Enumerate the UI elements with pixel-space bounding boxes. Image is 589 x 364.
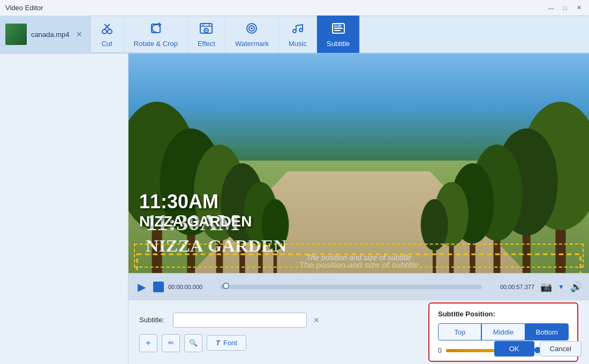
search-subtitle-button[interactable]: 🔍 (184, 334, 202, 352)
subtitle-actions: + ✏ 🔍 T Font (139, 334, 320, 352)
file-tab-close-button[interactable]: ✕ (74, 29, 85, 40)
file-name: canada.mp4 (31, 31, 70, 39)
svg-point-1 (108, 29, 112, 34)
cancel-button[interactable]: Cancel (540, 341, 582, 357)
svg-marker-10 (206, 29, 208, 32)
music-label: Music (289, 40, 307, 48)
svg-text:SUB: SUB (334, 24, 342, 28)
subtitle-position-indicator: The position and size of subtitle (134, 244, 584, 268)
position-buttons: TopMiddleBottom (438, 323, 569, 340)
video-preview: 11:30AM NIZZA GARDEN The position and si… (129, 54, 589, 273)
edit-subtitle-button[interactable]: ✏ (162, 334, 180, 352)
music-icon (291, 21, 305, 37)
nav-tab-watermark[interactable]: Watermark (225, 16, 279, 53)
font-button[interactable]: T Font (207, 335, 246, 351)
subtitle-section: Subtitle: ✕ + ✏ 🔍 T Font (139, 313, 320, 352)
subtitle-label: Subtitle (327, 40, 350, 48)
effect-label: Effect (198, 40, 215, 48)
video-overlay: 11:30AM NIZZA GARDEN (139, 191, 252, 230)
controls-bar: ▶ 00:00:00.000 00:00:57.377 📷 ▼ 🔊 (129, 273, 589, 300)
nav-tab-music[interactable]: Music (279, 16, 317, 53)
timeline[interactable] (221, 285, 482, 289)
sidebar (0, 54, 129, 364)
stop-button[interactable] (153, 282, 164, 292)
file-thumbnail (5, 24, 27, 45)
snapshot-button[interactable]: 📷 (539, 279, 554, 294)
time-start: 00:00:00.000 (168, 284, 216, 290)
subtitle-icon: SUB (331, 21, 345, 37)
subtitle-overlay-text: The position and size of subtitle (135, 245, 583, 270)
watermark-icon (245, 21, 259, 37)
app-title: Video Editor (5, 4, 43, 12)
subtitle-row: Subtitle: ✕ (139, 313, 320, 328)
nav-tabs: CutRotate & CropEffectWatermarkMusicSUBS… (90, 16, 360, 53)
effect-icon (199, 21, 213, 37)
nav-tab-effect[interactable]: Effect (188, 16, 225, 53)
title-bar: Video Editor — □ ✕ (0, 0, 589, 16)
video-place-text: NIZZA GARDEN (139, 213, 252, 230)
add-subtitle-button[interactable]: + (139, 334, 157, 352)
camera-dropdown-arrow[interactable]: ▼ (558, 283, 564, 291)
ok-button[interactable]: OK (494, 341, 534, 357)
svg-point-13 (251, 27, 253, 29)
volume-button[interactable]: 🔊 (569, 279, 584, 294)
play-button[interactable]: ▶ (134, 279, 149, 294)
watermark-label: Watermark (235, 40, 269, 48)
svg-point-15 (299, 28, 303, 32)
main-area: 11:30AM NIZZA GARDEN The position and si… (0, 54, 589, 364)
tab-bar: canada.mp4 ✕ CutRotate & CropEffectWater… (0, 16, 589, 54)
nav-tab-subtitle[interactable]: SUBSubtitle (317, 16, 360, 53)
svg-point-0 (102, 29, 107, 34)
nav-tab-cut[interactable]: Cut (90, 16, 124, 53)
slider-min: 0 (438, 347, 442, 354)
nav-tab-rotate[interactable]: Rotate & Crop (124, 16, 188, 53)
position-btn-top[interactable]: Top (438, 323, 481, 340)
subtitle-input[interactable] (173, 313, 307, 328)
file-tab[interactable]: canada.mp4 ✕ (0, 16, 90, 53)
subtitle-clear-button[interactable]: ✕ (313, 316, 320, 324)
position-btn-middle[interactable]: Middle (481, 323, 525, 340)
font-icon: T (216, 339, 220, 347)
video-time-text: 11:30AM (139, 191, 252, 213)
close-button[interactable]: ✕ (574, 3, 584, 13)
timeline-thumb[interactable] (223, 283, 229, 289)
cut-label: Cut (101, 40, 112, 48)
rotate-label: Rotate & Crop (134, 40, 178, 48)
position-title: Subtitle Position: (438, 310, 569, 318)
rotate-icon (149, 21, 163, 37)
cut-icon (100, 21, 114, 37)
subtitle-label: Subtitle: (139, 316, 169, 324)
time-end: 00:00:57.377 (486, 284, 534, 290)
window-controls: — □ ✕ (546, 3, 584, 13)
svg-point-14 (293, 29, 296, 33)
video-scene (129, 54, 589, 273)
position-btn-bottom[interactable]: Bottom (525, 323, 569, 340)
maximize-button[interactable]: □ (560, 3, 570, 13)
font-label: Font (223, 339, 237, 347)
video-container: 11:30AM NIZZA GARDEN The position and si… (129, 54, 589, 364)
dialog-buttons: OK Cancel (494, 341, 582, 357)
minimize-button[interactable]: — (546, 3, 556, 13)
